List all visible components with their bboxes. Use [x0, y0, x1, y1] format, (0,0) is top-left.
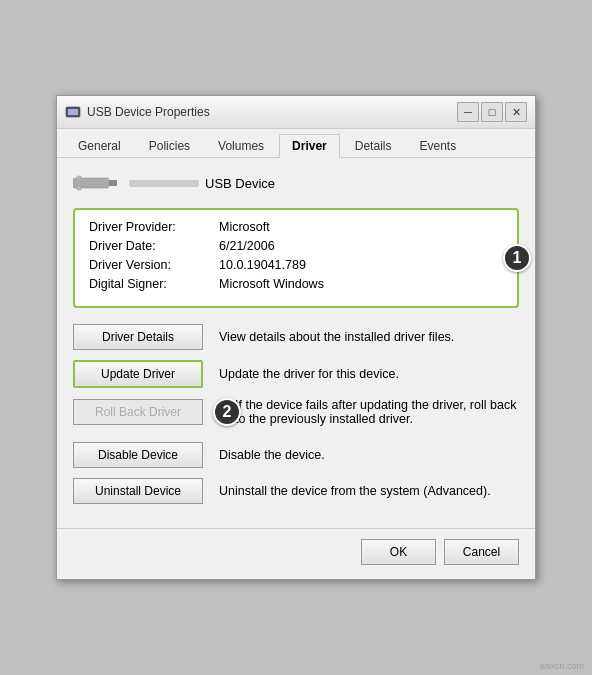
title-bar-left: USB Device Properties: [65, 104, 210, 120]
info-value-provider: Microsoft: [219, 220, 270, 234]
tab-volumes[interactable]: Volumes: [205, 134, 277, 158]
watermark: wsxcn.com: [539, 661, 584, 671]
window-icon: [65, 104, 81, 120]
update-driver-row: Update Driver Update the driver for this…: [73, 360, 519, 388]
tab-content: USB Device Driver Provider: Microsoft Dr…: [57, 158, 535, 528]
tab-policies[interactable]: Policies: [136, 134, 203, 158]
tab-general[interactable]: General: [65, 134, 134, 158]
close-button[interactable]: ✕: [505, 102, 527, 122]
info-label-version: Driver Version:: [89, 258, 219, 272]
dialog-footer: OK Cancel: [57, 528, 535, 579]
svg-rect-3: [109, 180, 117, 186]
device-name-blurred: [129, 180, 199, 187]
rollback-driver-desc: If the device fails after updating the d…: [235, 398, 519, 426]
driver-details-desc: View details about the installed driver …: [219, 330, 519, 344]
maximize-button[interactable]: □: [481, 102, 503, 122]
info-value-signer: Microsoft Windows: [219, 277, 324, 291]
info-row-date: Driver Date: 6/21/2006: [89, 239, 503, 253]
info-label-date: Driver Date:: [89, 239, 219, 253]
rollback-driver-button[interactable]: Roll Back Driver: [73, 399, 203, 425]
main-window: USB Device Properties ─ □ ✕ General Poli…: [56, 95, 536, 580]
window-controls: ─ □ ✕: [457, 102, 527, 122]
badge-1: 1: [503, 244, 531, 272]
disable-device-desc: Disable the device.: [219, 448, 519, 462]
window-title: USB Device Properties: [87, 105, 210, 119]
info-row-signer: Digital Signer: Microsoft Windows: [89, 277, 503, 291]
ok-button[interactable]: OK: [361, 539, 436, 565]
uninstall-device-button[interactable]: Uninstall Device: [73, 478, 203, 504]
device-header: USB Device: [73, 172, 519, 194]
info-value-version: 10.0.19041.789: [219, 258, 306, 272]
svg-rect-5: [77, 186, 81, 190]
svg-rect-1: [68, 109, 78, 115]
cancel-button[interactable]: Cancel: [444, 539, 519, 565]
title-bar: USB Device Properties ─ □ ✕: [57, 96, 535, 129]
disable-device-button[interactable]: Disable Device: [73, 442, 203, 468]
rollback-driver-row: Roll Back Driver 2 If the device fails a…: [73, 398, 519, 426]
badge-2: 2: [213, 398, 241, 426]
minimize-button[interactable]: ─: [457, 102, 479, 122]
driver-info-box: Driver Provider: Microsoft Driver Date: …: [73, 208, 519, 308]
tab-details[interactable]: Details: [342, 134, 405, 158]
driver-details-button[interactable]: Driver Details: [73, 324, 203, 350]
svg-rect-4: [77, 176, 81, 180]
info-row-version: Driver Version: 10.0.19041.789: [89, 258, 503, 272]
info-row-provider: Driver Provider: Microsoft: [89, 220, 503, 234]
disable-device-row: Disable Device Disable the device.: [73, 442, 519, 468]
driver-details-row: Driver Details View details about the in…: [73, 324, 519, 350]
device-label: USB Device: [205, 176, 275, 191]
info-value-date: 6/21/2006: [219, 239, 275, 253]
tab-bar: General Policies Volumes Driver Details …: [57, 129, 535, 158]
update-driver-desc: Update the driver for this device.: [219, 367, 519, 381]
info-label-signer: Digital Signer:: [89, 277, 219, 291]
device-name-area: USB Device: [129, 176, 275, 191]
update-driver-button[interactable]: Update Driver: [73, 360, 203, 388]
device-icon: [73, 172, 117, 194]
uninstall-device-desc: Uninstall the device from the system (Ad…: [219, 484, 519, 498]
uninstall-device-row: Uninstall Device Uninstall the device fr…: [73, 478, 519, 504]
tab-driver[interactable]: Driver: [279, 134, 340, 158]
info-label-provider: Driver Provider:: [89, 220, 219, 234]
tab-events[interactable]: Events: [406, 134, 469, 158]
